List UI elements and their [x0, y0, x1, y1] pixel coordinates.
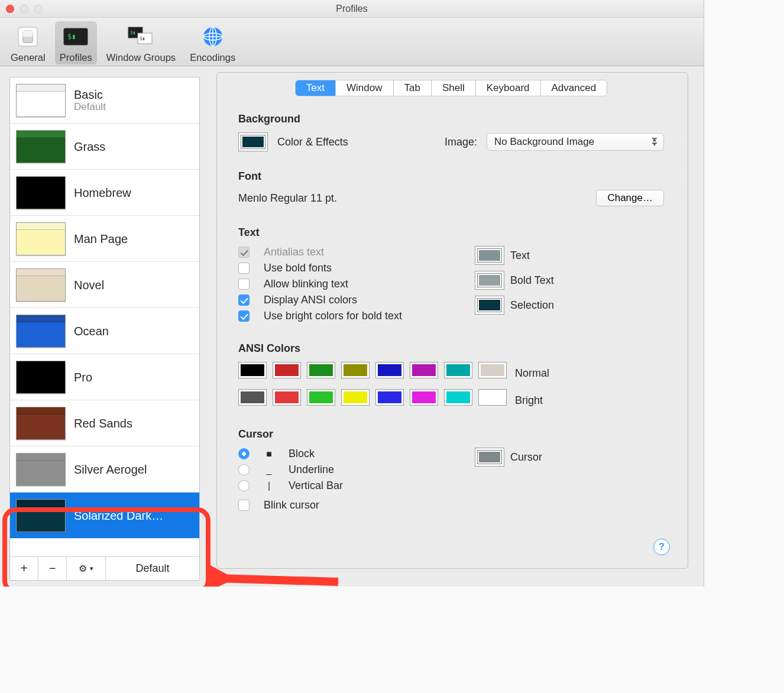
help-button[interactable]: ?	[653, 539, 670, 555]
profile-row[interactable]: Silver Aerogel	[10, 446, 199, 493]
selection-color-well[interactable]	[475, 296, 504, 315]
profile-name: Red Sands	[74, 417, 132, 430]
terminal-icon: $▮	[62, 24, 89, 50]
ansi-color-well[interactable]	[341, 362, 370, 378]
checkbox[interactable]	[238, 263, 250, 274]
text-options: Antialias text Use bold fonts Allow blin…	[238, 246, 475, 326]
remove-profile-button[interactable]: −	[38, 557, 67, 580]
profile-row[interactable]: Homebrew	[10, 170, 199, 216]
background-color-swatch	[241, 135, 265, 149]
cursor-heading: Cursor	[238, 428, 664, 441]
change-font-button[interactable]: Change…	[596, 190, 664, 206]
cursor-glyph-icon: |	[265, 481, 273, 491]
profile-thumbnail	[16, 361, 66, 394]
ansi-color-well[interactable]	[410, 362, 438, 378]
preferences-window: Profiles General $▮ Profiles $▮$▮ Window…	[0, 0, 704, 587]
profile-thumbnail	[16, 130, 66, 163]
profile-row[interactable]: Grass	[10, 124, 199, 170]
ansi-color-well[interactable]	[273, 362, 301, 378]
profile-thumbnail	[16, 268, 66, 302]
tab-window[interactable]: Window	[336, 80, 393, 96]
ansi-color-well[interactable]	[307, 362, 335, 378]
toolbar-window-groups[interactable]: $▮$▮ Window Groups	[102, 21, 180, 64]
sidebar-footer: + − ⚙︎ ▾ Default	[10, 556, 199, 580]
checkbox[interactable]	[238, 294, 250, 306]
profiles-list[interactable]: Basic Default Grass Homebrew Man Page	[10, 77, 199, 556]
background-image-value: No Background Image	[494, 136, 594, 147]
profile-row[interactable]: Ocean	[10, 308, 199, 354]
profile-thumbnail	[16, 84, 66, 117]
selection-color-label: Selection	[510, 299, 554, 312]
toolbar-general[interactable]: General	[6, 21, 50, 64]
toolbar-profiles[interactable]: $▮ Profiles	[55, 21, 97, 64]
background-image-select[interactable]: No Background Image ▲▼	[487, 133, 664, 151]
blink-cursor-checkbox[interactable]	[238, 500, 250, 511]
profile-name: Ocean	[74, 325, 109, 338]
ansi-color-well[interactable]	[238, 389, 267, 406]
ansi-color-well[interactable]	[444, 362, 472, 378]
ansi-color-well[interactable]	[478, 362, 507, 378]
profile-thumbnail	[16, 499, 66, 532]
tab-shell[interactable]: Shell	[432, 80, 476, 96]
preferences-toolbar: General $▮ Profiles $▮$▮ Window Groups E…	[0, 18, 704, 66]
tab-tab[interactable]: Tab	[394, 80, 432, 96]
bold-color-well[interactable]	[475, 271, 504, 290]
ansi-color-well[interactable]	[273, 389, 301, 406]
text-heading: Text	[238, 226, 664, 239]
ansi-color-well[interactable]	[444, 389, 472, 406]
profile-thumbnail	[16, 453, 66, 486]
minimize-window-icon[interactable]	[20, 5, 28, 13]
profiles-sidebar: Basic Default Grass Homebrew Man Page	[9, 77, 200, 581]
background-color-well[interactable]	[238, 132, 268, 151]
tab-text[interactable]: Text	[296, 80, 336, 96]
profile-row[interactable]: Novel	[10, 262, 199, 308]
checkbox-label: Allow blinking text	[264, 278, 348, 290]
font-description: Menlo Regular 11 pt.	[238, 192, 337, 205]
profile-actions-menu[interactable]: ⚙︎ ▾	[67, 557, 106, 580]
color-effects-label: Color & Effects	[277, 136, 348, 148]
bold-color-label: Bold Text	[510, 274, 554, 287]
profile-thumbnail	[16, 407, 66, 440]
profile-name: Homebrew	[74, 186, 131, 199]
profile-row[interactable]: Man Page	[10, 216, 199, 262]
ansi-color-well[interactable]	[307, 389, 335, 406]
checkbox[interactable]	[238, 279, 250, 290]
ansi-color-well[interactable]	[375, 389, 404, 406]
ansi-bright-row	[238, 389, 507, 406]
set-default-button[interactable]: Default	[106, 557, 199, 580]
ansi-color-well[interactable]	[478, 389, 507, 406]
profile-name: Silver Aerogel	[74, 463, 147, 476]
cursor-shape-radio[interactable]	[238, 480, 250, 491]
text-color-well[interactable]	[475, 246, 504, 265]
profile-row[interactable]: Basic Default	[10, 77, 199, 124]
toolbar-encodings[interactable]: Encodings	[185, 21, 240, 64]
add-profile-button[interactable]: +	[10, 557, 38, 580]
zoom-window-icon[interactable]	[34, 5, 43, 13]
window-titlebar: Profiles	[0, 0, 704, 18]
toolbar-label: General	[11, 52, 46, 63]
profile-row[interactable]: Solarized Dark…	[10, 493, 199, 539]
cursor-shape-radio[interactable]	[238, 464, 250, 475]
svg-text:$▮: $▮	[130, 30, 136, 35]
close-window-icon[interactable]	[6, 5, 14, 13]
profile-thumbnail	[16, 222, 66, 255]
checkbox-label: Use bright colors for bold text	[264, 310, 402, 322]
ansi-color-well[interactable]	[238, 362, 267, 378]
profile-thumbnail	[16, 315, 66, 348]
ansi-color-well[interactable]	[410, 389, 438, 406]
profile-row[interactable]: Red Sands	[10, 400, 199, 446]
tab-keyboard[interactable]: Keyboard	[476, 80, 541, 96]
profile-name: Solarized Dark…	[74, 509, 163, 522]
toolbar-label: Window Groups	[106, 52, 176, 63]
profile-row[interactable]: Pro	[10, 354, 199, 400]
image-label: Image:	[445, 136, 477, 148]
tab-advanced[interactable]: Advanced	[541, 80, 607, 96]
gear-icon: ⚙︎	[79, 563, 87, 574]
ansi-color-well[interactable]	[375, 362, 404, 378]
checkbox[interactable]	[238, 310, 250, 322]
cursor-shape-radio[interactable]	[238, 448, 250, 459]
cursor-color-well[interactable]	[475, 448, 504, 467]
profile-thumbnail	[16, 176, 66, 209]
ansi-heading: ANSI Colors	[238, 342, 664, 355]
ansi-color-well[interactable]	[341, 389, 370, 406]
